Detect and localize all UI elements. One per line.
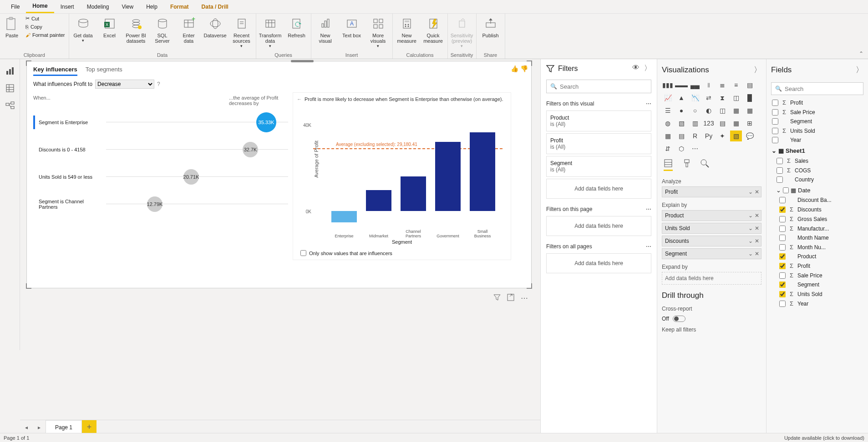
viz-pane-collapse-icon[interactable]: 〉 bbox=[754, 65, 761, 75]
influencer-row[interactable]: Units Sold is 549 or less20.71K bbox=[33, 163, 288, 191]
viz-type-item[interactable]: ▦ bbox=[730, 105, 742, 116]
field-row[interactable]: Segment bbox=[771, 117, 863, 126]
quick-measure-button[interactable]: Quick measure bbox=[422, 15, 445, 44]
viz-type-item[interactable]: 123 bbox=[703, 118, 715, 129]
menu-modeling[interactable]: Modeling bbox=[81, 1, 116, 13]
viz-type-item[interactable]: ⬡ bbox=[675, 143, 687, 154]
viz-type-item[interactable]: 📉 bbox=[689, 92, 701, 103]
date-hierarchy[interactable]: ⌄ ▦ Date bbox=[771, 184, 863, 196]
field-row[interactable]: ΣSales bbox=[776, 156, 863, 166]
format-tool-icon[interactable] bbox=[682, 159, 691, 171]
field-well[interactable]: Product⌄✕ bbox=[662, 210, 761, 221]
fields-tool-icon[interactable] bbox=[664, 159, 673, 171]
question-dropdown[interactable]: Decrease bbox=[95, 80, 154, 89]
visual-container[interactable]: 👍 👎 Key influencers Top segments What in… bbox=[26, 61, 532, 288]
add-fields-all[interactable]: Add data fields here bbox=[546, 253, 651, 273]
viz-type-item[interactable]: ▥ bbox=[689, 118, 701, 129]
field-checkbox[interactable] bbox=[772, 118, 778, 125]
thumb-down-icon[interactable]: 👎 bbox=[520, 65, 528, 72]
text-box-button[interactable]: AText box bbox=[340, 15, 363, 38]
field-checkbox[interactable] bbox=[777, 158, 783, 164]
canvas[interactable]: 👍 👎 Key influencers Top segments What in… bbox=[20, 59, 540, 350]
viz-type-item[interactable]: ▲ bbox=[675, 92, 687, 103]
viz-type-item[interactable]: 💬 bbox=[744, 131, 756, 141]
filters-search[interactable]: 🔍 bbox=[546, 80, 651, 93]
filter-card[interactable]: Productis (All) bbox=[546, 110, 651, 131]
chevron-down-icon[interactable]: ⌄ bbox=[748, 189, 753, 195]
menu-insert[interactable]: Insert bbox=[54, 1, 81, 13]
influencer-bubble[interactable]: 20.71K bbox=[183, 169, 199, 185]
menu-data-drill[interactable]: Data / Drill bbox=[195, 1, 235, 13]
get-data-button[interactable]: Get data▾ bbox=[72, 15, 95, 43]
more-visuals-button[interactable]: More visuals▾ bbox=[367, 15, 390, 48]
excel-button[interactable]: XExcel bbox=[98, 15, 121, 38]
viz-type-item[interactable]: ▄▄ bbox=[689, 80, 701, 90]
remove-icon[interactable]: ✕ bbox=[755, 212, 759, 219]
field-row[interactable]: ΣSale Price bbox=[771, 107, 863, 117]
field-checkbox[interactable] bbox=[779, 272, 786, 279]
viz-type-item[interactable]: ≡ bbox=[730, 80, 742, 90]
copy-button[interactable]: ⎘Copy bbox=[25, 23, 66, 30]
menu-file[interactable]: File bbox=[5, 1, 26, 13]
page-add-button[interactable]: + bbox=[82, 420, 96, 435]
chart-bar[interactable] bbox=[435, 142, 461, 211]
chart-bar[interactable] bbox=[470, 132, 495, 211]
recent-sources-button[interactable]: Recent sources▾ bbox=[230, 15, 253, 48]
filter-icon[interactable] bbox=[493, 294, 501, 302]
format-painter-button[interactable]: 🖌Format painter bbox=[25, 31, 66, 39]
viz-type-item[interactable]: ◍ bbox=[662, 118, 674, 129]
field-checkbox[interactable] bbox=[779, 281, 786, 288]
tab-top-segments[interactable]: Top segments bbox=[86, 66, 122, 76]
table-sheet1[interactable]: ⌄ ▦ Sheet1 bbox=[771, 145, 863, 156]
field-row[interactable]: Month Name bbox=[778, 233, 863, 242]
tab-key-influencers[interactable]: Key influencers bbox=[33, 66, 77, 76]
refresh-button[interactable]: Refresh bbox=[285, 15, 308, 38]
more-options-icon[interactable]: ⋯ bbox=[521, 294, 529, 302]
page-prev[interactable]: ◂ bbox=[20, 424, 33, 431]
section-more-icon-2[interactable]: ⋯ bbox=[646, 206, 651, 212]
field-row[interactable]: ΣYear bbox=[778, 299, 863, 308]
fields-pane-collapse-icon[interactable]: 〉 bbox=[856, 65, 863, 75]
status-update[interactable]: Update available (click to download) bbox=[784, 435, 864, 441]
viz-type-item[interactable]: ◐ bbox=[703, 105, 715, 116]
field-checkbox[interactable] bbox=[779, 291, 786, 297]
field-checkbox[interactable] bbox=[772, 137, 778, 143]
viz-type-item[interactable]: ⇵ bbox=[662, 143, 674, 154]
add-fields-visual[interactable]: Add data fields here bbox=[546, 179, 651, 199]
remove-icon[interactable]: ✕ bbox=[755, 225, 759, 231]
field-row[interactable]: ΣUnits Sold bbox=[771, 126, 863, 136]
viz-type-item[interactable]: ◫ bbox=[730, 92, 742, 103]
field-well[interactable]: Discounts⌄✕ bbox=[662, 236, 761, 246]
model-view-icon[interactable] bbox=[5, 100, 15, 111]
focus-mode-icon[interactable] bbox=[507, 294, 514, 302]
chevron-down-icon[interactable]: ⌄ bbox=[748, 251, 753, 257]
viz-type-item[interactable]: ▮▮▮ bbox=[662, 80, 674, 90]
viz-type-item[interactable]: ▦ bbox=[662, 131, 674, 141]
new-visual-button[interactable]: New visual bbox=[314, 15, 337, 44]
field-row[interactable]: Year bbox=[771, 136, 863, 145]
chart-bar[interactable] bbox=[401, 176, 426, 211]
chevron-down-icon[interactable]: ⌄ bbox=[748, 238, 753, 244]
publish-button[interactable]: Publish bbox=[479, 15, 502, 38]
viz-type-item[interactable]: ▧ bbox=[730, 131, 742, 141]
menu-home[interactable]: Home bbox=[26, 0, 54, 13]
field-well[interactable]: Units Sold⌄✕ bbox=[662, 223, 761, 234]
viz-type-item[interactable]: R bbox=[689, 131, 701, 141]
analytics-tool-icon[interactable] bbox=[700, 159, 709, 171]
section-more-icon[interactable]: ⋯ bbox=[646, 100, 651, 107]
page-tab-1[interactable]: Page 1 bbox=[46, 420, 82, 435]
viz-type-item[interactable]: ☰ bbox=[662, 105, 674, 116]
data-view-icon[interactable] bbox=[5, 83, 15, 94]
viz-type-item[interactable]: ◫ bbox=[716, 105, 728, 116]
viz-type-item[interactable]: █ bbox=[744, 92, 756, 103]
chevron-down-icon[interactable]: ⌄ bbox=[748, 212, 753, 219]
fields-search-input[interactable] bbox=[785, 85, 861, 92]
filter-card[interactable]: Profitis (All) bbox=[546, 133, 651, 154]
field-checkbox[interactable] bbox=[772, 109, 778, 116]
field-checkbox[interactable] bbox=[779, 197, 786, 203]
page-next[interactable]: ▸ bbox=[33, 424, 46, 431]
field-row[interactable]: ΣUnits Sold bbox=[778, 289, 863, 299]
date-checkbox[interactable] bbox=[783, 187, 789, 193]
field-checkbox[interactable] bbox=[772, 100, 778, 106]
field-checkbox[interactable] bbox=[779, 301, 786, 307]
